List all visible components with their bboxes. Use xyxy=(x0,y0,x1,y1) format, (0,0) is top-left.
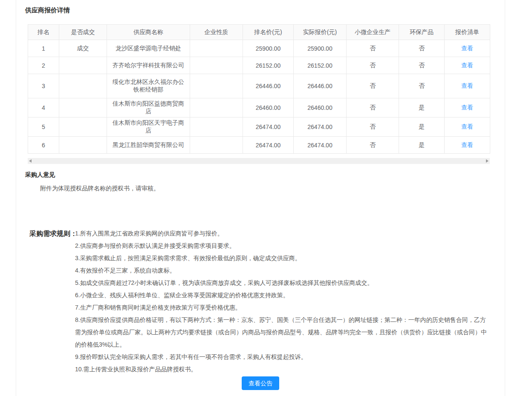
cell-actual-price: 26474.00 xyxy=(294,118,347,137)
table-row: 1 成交 龙沙区盛华源电子经销处 25900.00 25900.00 否 否 查… xyxy=(28,40,490,57)
cell-small-micro: 否 xyxy=(347,118,399,137)
cell-supplier: 齐齐哈尔宇祥科技有限公司 xyxy=(107,57,190,74)
cell-supplier: 绥化市北林区永久福尔办公铁柜经销部 xyxy=(107,74,190,98)
cell-rank-price: 26474.00 xyxy=(243,118,294,137)
cell-green: 否 xyxy=(399,74,445,98)
cell-rank: 3 xyxy=(28,74,59,98)
cell-small-micro: 否 xyxy=(347,98,399,118)
cell-nature xyxy=(190,137,243,154)
cell-deal xyxy=(59,74,107,98)
view-quote-link[interactable]: 查看 xyxy=(461,45,473,52)
cell-rank-price: 26152.00 xyxy=(243,57,294,74)
view-quote-link[interactable]: 查看 xyxy=(461,123,473,130)
col-header-action: 报价清单 xyxy=(445,25,490,40)
cell-supplier: 佳木斯市向阳区天宇电子商店 xyxy=(107,118,190,137)
quote-table-wrap: 排名 是否成交 供应商名称 企业性质 排名价(元) 实际报价(元) 小微企业生产… xyxy=(28,24,490,154)
view-quote-link[interactable]: 查看 xyxy=(461,104,473,111)
footer-actions: 查看公告 xyxy=(16,376,505,390)
col-header-nature: 企业性质 xyxy=(190,25,243,40)
procurement-rules-list: 1.所有入围黑龙江省政府采购网的供应商皆可参与报价。 2.供应商参与报价则表示默… xyxy=(75,227,490,376)
cell-deal xyxy=(59,118,107,137)
rule-item: 3.采购需求截止后，按照满足采购需求需求、有效报价最低的原则，确定成交供应商。 xyxy=(75,252,490,264)
purchaser-opinion-title: 采购人意见 xyxy=(16,171,505,179)
table-row: 4 佳木斯市向阳区益德商贸商店 26460.00 26460.00 否 是 查看 xyxy=(28,98,490,118)
cell-rank: 6 xyxy=(28,137,59,154)
cell-rank-price: 25900.00 xyxy=(243,40,294,57)
cell-supplier: 佳木斯市向阳区益德商贸商店 xyxy=(107,98,190,118)
cell-actual-price: 26152.00 xyxy=(294,57,347,74)
purchaser-opinion-content: 附件为体现授权品牌名称的授权书，请审核。 xyxy=(16,185,505,192)
content-card: 供应商报价详情 排名 是否成交 供应商名称 企业性质 排名价(元) 实际报价(元… xyxy=(16,0,505,396)
col-header-actual-price: 实际报价(元) xyxy=(294,25,347,40)
cell-green: 否 xyxy=(399,40,445,57)
cell-small-micro: 否 xyxy=(347,137,399,154)
cell-action: 查看 xyxy=(445,74,490,98)
rule-item: 5.如成交供应商超过72小时未确认订单，视为该供应商放弃成交，采购人可选择废标或… xyxy=(75,277,490,289)
procurement-rules-section: 采购需求规则： 1.所有入围黑龙江省政府采购网的供应商皆可参与报价。 2.供应商… xyxy=(29,227,506,376)
cell-rank-price: 26474.00 xyxy=(243,137,294,154)
rule-item: 7.生产厂商和销售商同时满足价格支持政策方可享受价格优惠。 xyxy=(75,301,490,314)
cell-small-micro: 否 xyxy=(347,57,399,74)
cell-nature xyxy=(190,118,243,137)
col-header-deal: 是否成交 xyxy=(59,25,107,40)
cell-supplier: 黑龙江胜韶华商贸有限公司 xyxy=(107,137,190,154)
col-header-rank: 排名 xyxy=(28,25,59,40)
purchaser-opinion-section: 采购人意见 附件为体现授权品牌名称的授权书，请审核。 xyxy=(16,171,505,192)
cell-nature xyxy=(190,40,243,57)
rule-item: 6.小微企业、残疾人福利性单位、监狱企业将享受国家规定的价格优惠支持政策。 xyxy=(75,289,490,301)
cell-green: 是 xyxy=(399,118,445,137)
table-row: 6 黑龙江胜韶华商贸有限公司 26474.00 26474.00 否 是 查看 xyxy=(28,137,490,154)
view-quote-link[interactable]: 查看 xyxy=(461,82,473,89)
table-row: 3 绥化市北林区永久福尔办公铁柜经销部 26446.00 26446.00 否 … xyxy=(28,74,490,98)
rule-item: 10.需上传营业执照和及报价产品品牌授权书。 xyxy=(75,363,490,376)
cell-nature xyxy=(190,98,243,118)
cell-action: 查看 xyxy=(445,137,490,154)
cell-actual-price: 26460.00 xyxy=(294,98,347,118)
rule-item: 1.所有入围黑龙江省政府采购网的供应商皆可参与报价。 xyxy=(75,227,490,240)
cell-supplier: 龙沙区盛华源电子经销处 xyxy=(107,40,190,57)
cell-actual-price: 26446.00 xyxy=(294,74,347,98)
cell-green: 是 xyxy=(399,98,445,118)
table-row: 2 齐齐哈尔宇祥科技有限公司 26152.00 26152.00 否 否 查看 xyxy=(28,57,490,74)
cell-rank: 2 xyxy=(28,57,59,74)
cell-rank: 1 xyxy=(28,40,59,57)
rule-item: 4.有效报价不足三家，系统自动废标。 xyxy=(75,264,490,277)
scroll-left-icon[interactable] xyxy=(29,159,32,163)
col-header-rank-price: 排名价(元) xyxy=(243,25,294,40)
col-header-small-micro: 小微企业生产 xyxy=(347,25,399,40)
cell-action: 查看 xyxy=(445,118,490,137)
col-header-supplier: 供应商名称 xyxy=(107,25,190,40)
cell-deal xyxy=(59,57,107,74)
cell-rank: 5 xyxy=(28,118,59,137)
rule-item: 9.报价即默认完全响应采购人需求，若其中有任一项不符合需求，采购人有权提起投诉。 xyxy=(75,351,490,363)
horizontal-scrollbar[interactable] xyxy=(28,158,490,164)
cell-actual-price: 26474.00 xyxy=(294,137,347,154)
view-quote-link[interactable]: 查看 xyxy=(461,62,473,69)
quote-table: 排名 是否成交 供应商名称 企业性质 排名价(元) 实际报价(元) 小微企业生产… xyxy=(28,24,490,154)
cell-actual-price: 25900.00 xyxy=(294,40,347,57)
cell-nature xyxy=(190,74,243,98)
table-header-row: 排名 是否成交 供应商名称 企业性质 排名价(元) 实际报价(元) 小微企业生产… xyxy=(28,25,490,40)
cell-rank-price: 26460.00 xyxy=(243,98,294,118)
cell-rank: 4 xyxy=(28,98,59,118)
rule-item: 8.供应商报价应提供商品价格证明，有以下两种方式：第一种：京东、苏宁、国美（三个… xyxy=(75,314,490,351)
rule-item: 2.供应商参与报价则表示默认满足并接受采购需求项目要求。 xyxy=(75,240,490,252)
cell-deal xyxy=(59,137,107,154)
procurement-rules-label: 采购需求规则： xyxy=(29,227,75,376)
scroll-right-icon[interactable] xyxy=(486,159,489,163)
cell-green: 是 xyxy=(399,137,445,154)
cell-nature xyxy=(190,57,243,74)
col-header-green: 环保产品 xyxy=(399,25,445,40)
table-row: 5 佳木斯市向阳区天宇电子商店 26474.00 26474.00 否 是 查看 xyxy=(28,118,490,137)
view-announcement-button[interactable]: 查看公告 xyxy=(242,376,279,390)
cell-small-micro: 否 xyxy=(347,40,399,57)
cell-rank-price: 26446.00 xyxy=(243,74,294,98)
cell-green: 否 xyxy=(399,57,445,74)
view-quote-link[interactable]: 查看 xyxy=(461,141,473,148)
cell-deal xyxy=(59,98,107,118)
quote-details-title: 供应商报价详情 xyxy=(16,0,505,14)
cell-deal: 成交 xyxy=(59,40,107,57)
cell-small-micro: 否 xyxy=(347,74,399,98)
cell-action: 查看 xyxy=(445,98,490,118)
cell-action: 查看 xyxy=(445,57,490,74)
